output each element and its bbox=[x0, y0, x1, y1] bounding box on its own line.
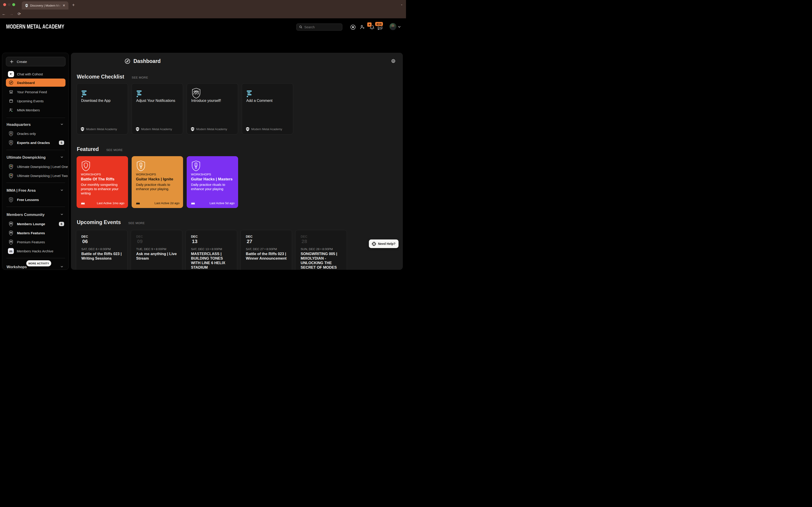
sidebar-item-oracles-only[interactable]: Oracles only bbox=[6, 129, 65, 137]
event-title: SONGWRITING 005 | MIXOLYDIAN - UNLOCKING… bbox=[301, 251, 342, 253]
new-tab-button[interactable]: + bbox=[72, 2, 75, 8]
app-logo[interactable]: MODERN METAL ACADEMY bbox=[6, 23, 64, 30]
see-more-link[interactable]: SEE MORE bbox=[128, 221, 145, 225]
featured-description: Our monthly songwriting prompts to enhan… bbox=[81, 183, 122, 195]
event-title: Battle of the Riffs 023 | Winner Announc… bbox=[246, 251, 288, 253]
featured-title: Guitar Hacks | Masters bbox=[191, 177, 233, 181]
event-card[interactable]: DEC 27 SAT, DEC 27 • 8:00PM Battle of th… bbox=[240, 230, 292, 253]
back-icon[interactable]: ← bbox=[0, 12, 8, 16]
feed-icon bbox=[8, 90, 14, 94]
checklist-card-title: Add a Comment bbox=[246, 99, 289, 103]
sidebar-item-label: Ultimate Downpicking | Level One bbox=[17, 165, 68, 169]
sidebar-item-label: Oracles only bbox=[17, 132, 36, 135]
sidebar-item-mma-members[interactable]: MMA Members bbox=[6, 106, 65, 114]
sidebar-item-ud-level-two[interactable]: Ultimate Downpicking | Level Two bbox=[6, 172, 65, 180]
sidebar-item-experts-and-oracles[interactable]: Experts and Oracles 5 bbox=[6, 138, 65, 147]
invite-member-icon[interactable] bbox=[359, 24, 365, 30]
featured-category: WORKSHOPS bbox=[136, 173, 156, 176]
sidebar-item-free-lessons[interactable]: Free Lessons bbox=[6, 195, 65, 204]
tab-close-icon[interactable]: ✕ bbox=[62, 4, 66, 7]
featured-description: Daily practice rituals to enhance your p… bbox=[136, 183, 177, 191]
sidebar-item-upcoming-events[interactable]: Upcoming Events bbox=[6, 97, 65, 105]
need-help-button[interactable]: Need Help? bbox=[369, 239, 399, 248]
sidebar-item-dashboard[interactable]: Dashboard bbox=[6, 78, 65, 87]
event-card[interactable]: DEC 09 TUE, DEC 9 • 8:00PM Ask me anythi… bbox=[131, 230, 183, 253]
sidebar-item-personal-feed[interactable]: Your Personal Feed bbox=[6, 88, 65, 96]
dashboard-settings-gear-icon[interactable] bbox=[391, 59, 396, 64]
event-title: Battle of the Riffs 023 | Writing Sessio… bbox=[81, 251, 123, 253]
sidebar-item-label: Members Hacks Archive bbox=[17, 249, 53, 253]
sidebar-item-members-hacks-archive[interactable]: m Members Hacks Archive bbox=[6, 247, 65, 253]
main-content: Dashboard Welcome Checklist SEE MORE Dow… bbox=[71, 53, 403, 253]
section-heading: Upcoming Events bbox=[77, 219, 121, 225]
sidebar-item-label: Chat with Cohost bbox=[17, 72, 43, 76]
sidebar-group-members-community[interactable]: Members Community bbox=[6, 211, 65, 218]
crown-icon bbox=[191, 201, 195, 205]
mma-shield-logo bbox=[191, 127, 194, 131]
tab-search-icon[interactable]: ⌄ bbox=[401, 3, 403, 6]
sidebar-group-ultimate-downpicking[interactable]: Ultimate Downpicking bbox=[6, 154, 65, 161]
shield-guitar-icon bbox=[8, 197, 14, 202]
event-card[interactable]: DEC 06 SAT, DEC 6 • 8:00PM Battle of the… bbox=[76, 230, 128, 253]
upcoming-events-header: Upcoming Events SEE MORE bbox=[77, 219, 145, 225]
unread-count-badge: 5 bbox=[59, 140, 64, 145]
list-lines-icon bbox=[246, 90, 254, 98]
sidebar-item-label: MMA Members bbox=[17, 108, 40, 112]
shield-guitar-icon bbox=[191, 160, 201, 172]
sidebar-item-members-lounge[interactable]: Members Lounge 6 bbox=[6, 220, 65, 228]
browser-tab[interactable]: Discovery | Modern Metal Aca ✕ bbox=[22, 1, 68, 9]
sidebar-group-mma-free-area[interactable]: MMA | Free Area bbox=[6, 186, 65, 194]
browser-toolbar: ← → ⟳ app.modernmetalacademy.com/discove… bbox=[0, 9, 406, 18]
event-datetime: SUN, DEC 28 • 8:00PM bbox=[301, 247, 333, 251]
checklist-card-notifications[interactable]: Adjust Your Notifications Modern Metal A… bbox=[132, 83, 183, 134]
featured-card-guitar-hacks-masters[interactable]: WORKSHOPS Guitar Hacks | Masters Daily p… bbox=[187, 156, 238, 208]
see-more-link[interactable]: SEE MORE bbox=[132, 76, 148, 79]
brand-label: Modern Metal Academy bbox=[196, 127, 227, 131]
app-window: MODERN METAL ACADEMY ★ 819 Create bbox=[0, 18, 406, 253]
sidebar-item-masters-features[interactable]: Masters Features bbox=[6, 229, 65, 237]
featured-description: Daily practice rituals to enhance your p… bbox=[191, 183, 232, 191]
user-avatar[interactable] bbox=[390, 23, 397, 30]
search-icon bbox=[299, 25, 302, 29]
see-more-link[interactable]: SEE MORE bbox=[106, 148, 123, 152]
featured-card-battle-of-the-riffs[interactable]: WORKSHOPS Battle Of The Riffs Our monthl… bbox=[77, 156, 128, 208]
event-datetime: TUE, DEC 9 • 8:00PM bbox=[136, 247, 166, 251]
window-minimize-button[interactable] bbox=[8, 3, 11, 6]
divider bbox=[6, 118, 65, 118]
m-archive-icon: m bbox=[8, 248, 14, 253]
window-zoom-button[interactable] bbox=[12, 3, 15, 6]
sidebar-item-ud-level-one[interactable]: Ultimate Downpicking | Level One bbox=[6, 163, 65, 171]
divider bbox=[6, 207, 65, 207]
sidebar-item-label: Members Lounge bbox=[17, 222, 45, 226]
event-card[interactable]: DEC 13 SAT, DEC 13 • 8:00PM MASTERCLASS … bbox=[186, 230, 237, 253]
last-active-label: Last Active 1mo ago bbox=[97, 202, 124, 205]
event-card[interactable]: DEC 28 SUN, DEC 28 • 8:00PM SONGWRITING … bbox=[295, 230, 347, 253]
search-box[interactable] bbox=[296, 23, 342, 31]
shield-people-icon bbox=[8, 221, 14, 227]
checklist-card-download-app[interactable]: Download the App Modern Metal Academy bbox=[77, 83, 128, 134]
sidebar-group-headquarters[interactable]: Headquarters bbox=[6, 121, 65, 128]
brand-label: Modern Metal Academy bbox=[86, 127, 117, 131]
shield-guitar-icon bbox=[136, 160, 146, 172]
points-icon[interactable] bbox=[350, 24, 356, 30]
sidebar-item-label: Upcoming Events bbox=[17, 99, 44, 103]
sidebar-item-chat-with-cohost[interactable]: Chat with Cohost bbox=[6, 70, 65, 78]
reload-icon[interactable]: ⟳ bbox=[15, 11, 23, 16]
search-input[interactable] bbox=[304, 25, 338, 29]
section-heading: Welcome Checklist bbox=[77, 74, 124, 80]
featured-card-guitar-hacks-ignite[interactable]: WORKSHOPS Guitar Hacks | Ignite Daily pr… bbox=[132, 156, 183, 208]
create-button[interactable]: Create bbox=[6, 57, 65, 66]
brand-label: Modern Metal Academy bbox=[141, 127, 172, 131]
shield-gauge-icon bbox=[8, 173, 14, 178]
shield-pick-icon bbox=[81, 160, 91, 172]
featured-category: WORKSHOPS bbox=[191, 173, 211, 176]
brand-label: Modern Metal Academy bbox=[251, 127, 282, 131]
sidebar-item-premium-features[interactable]: Premium Features bbox=[6, 238, 65, 246]
group-title: Headquarters bbox=[7, 122, 31, 127]
forward-icon[interactable]: → bbox=[8, 12, 15, 16]
shield-people-icon bbox=[8, 230, 14, 236]
checklist-card-add-comment[interactable]: Add a Comment Modern Metal Academy bbox=[242, 83, 293, 134]
profile-chevron-down-icon[interactable] bbox=[398, 25, 401, 29]
window-close-button[interactable] bbox=[3, 3, 6, 6]
checklist-card-introduce-yourself[interactable]: Introduce yourself! Modern Metal Academy bbox=[187, 83, 238, 134]
